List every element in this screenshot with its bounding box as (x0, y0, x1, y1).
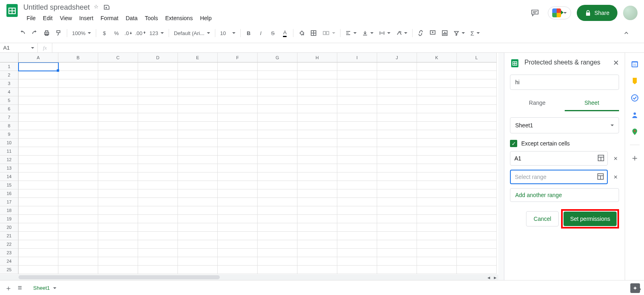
cell[interactable] (337, 147, 377, 156)
cell[interactable] (218, 62, 258, 71)
select-range-grid-icon-2[interactable] (597, 173, 604, 181)
cell[interactable] (377, 249, 417, 257)
cell[interactable] (19, 122, 58, 130)
cell[interactable] (178, 198, 218, 206)
strikethrough-icon[interactable]: S (267, 27, 279, 39)
cell[interactable] (337, 105, 377, 113)
cell[interactable] (258, 105, 297, 113)
cell[interactable] (138, 240, 178, 249)
cell[interactable] (377, 164, 417, 172)
contacts-icon[interactable] (631, 111, 639, 119)
star-icon[interactable]: ☆ (94, 4, 99, 11)
cell[interactable] (417, 164, 457, 172)
cell[interactable] (218, 223, 258, 232)
row-header[interactable]: 10 (0, 139, 19, 147)
row-header[interactable]: 1 (0, 62, 19, 71)
row-header[interactable]: 9 (0, 130, 19, 139)
cell[interactable] (138, 88, 178, 96)
add-addon-icon[interactable]: ＋ (631, 154, 639, 162)
cell[interactable] (297, 71, 337, 79)
print-icon[interactable] (41, 27, 52, 39)
name-box[interactable]: A1 (0, 43, 38, 52)
cell[interactable] (297, 232, 337, 240)
cell[interactable] (337, 215, 377, 223)
cell[interactable] (218, 105, 258, 113)
column-header[interactable]: D (138, 53, 178, 62)
fill-color-icon[interactable] (296, 27, 307, 39)
cell[interactable] (417, 257, 457, 266)
cell[interactable] (138, 198, 178, 206)
cell[interactable] (218, 181, 258, 189)
cell[interactable] (377, 189, 417, 198)
document-title[interactable]: Untitled spreadsheet (23, 3, 90, 12)
cell[interactable] (337, 232, 377, 240)
cell[interactable] (417, 105, 457, 113)
add-another-range-button[interactable]: Add another range (510, 188, 619, 202)
cell[interactable] (218, 198, 258, 206)
cell[interactable] (138, 122, 178, 130)
cell[interactable] (377, 181, 417, 189)
scroll-right-icon[interactable]: ▸ (492, 274, 498, 280)
show-side-panel-icon[interactable]: ❯ (637, 286, 642, 292)
tasks-icon[interactable] (631, 94, 639, 102)
cell[interactable] (218, 249, 258, 257)
column-header[interactable]: E (178, 53, 218, 62)
cell[interactable] (377, 198, 417, 206)
cell[interactable] (297, 113, 337, 122)
cell[interactable] (337, 113, 377, 122)
horizontal-scrollbar[interactable]: ◂ ▸ (0, 274, 498, 280)
merge-cells-icon[interactable] (320, 27, 338, 39)
cell[interactable] (138, 249, 178, 257)
cell[interactable] (178, 189, 218, 198)
cell[interactable] (58, 122, 98, 130)
cell[interactable] (138, 139, 178, 147)
cell[interactable] (337, 122, 377, 130)
cell[interactable] (417, 240, 457, 249)
text-rotation-icon[interactable] (394, 27, 410, 39)
cell[interactable] (98, 249, 138, 257)
set-permissions-button[interactable]: Set permissions (564, 212, 617, 226)
cell[interactable] (297, 130, 337, 139)
cell[interactable] (297, 122, 337, 130)
cell[interactable] (258, 79, 297, 88)
cell[interactable] (258, 130, 297, 139)
meet-button[interactable] (548, 6, 571, 19)
column-header[interactable]: A (19, 53, 58, 62)
cell[interactable] (58, 147, 98, 156)
row-header[interactable]: 16 (0, 189, 19, 198)
cell[interactable] (19, 164, 58, 172)
cell[interactable] (58, 172, 98, 181)
cell[interactable] (218, 232, 258, 240)
cell[interactable] (178, 206, 218, 215)
cell[interactable] (178, 62, 218, 71)
cell[interactable] (377, 71, 417, 79)
cell[interactable] (19, 257, 58, 266)
cell[interactable] (178, 266, 218, 274)
cell[interactable] (457, 223, 497, 232)
row-header[interactable]: 7 (0, 113, 19, 122)
cell[interactable] (138, 189, 178, 198)
horizontal-align-icon[interactable] (343, 27, 359, 39)
range-field-1[interactable] (514, 155, 598, 162)
vertical-scrollbar[interactable] (498, 53, 504, 280)
cell[interactable] (58, 198, 98, 206)
cell[interactable] (377, 206, 417, 215)
vertical-align-icon[interactable] (360, 27, 376, 39)
cell[interactable] (297, 223, 337, 232)
range-field-2[interactable] (514, 173, 597, 181)
cell[interactable] (98, 79, 138, 88)
range-input-1[interactable] (510, 151, 608, 166)
cell[interactable] (58, 257, 98, 266)
menu-help[interactable]: Help (197, 13, 215, 23)
cell[interactable] (258, 206, 297, 215)
cell[interactable] (337, 198, 377, 206)
menu-view[interactable]: View (57, 13, 75, 23)
all-sheets-button[interactable]: ≡ (18, 284, 22, 292)
cell[interactable] (417, 181, 457, 189)
cell[interactable] (98, 172, 138, 181)
cell[interactable] (98, 198, 138, 206)
menu-insert[interactable]: Insert (76, 13, 97, 23)
cell[interactable] (377, 266, 417, 274)
cell[interactable] (138, 113, 178, 122)
cell[interactable] (98, 139, 138, 147)
